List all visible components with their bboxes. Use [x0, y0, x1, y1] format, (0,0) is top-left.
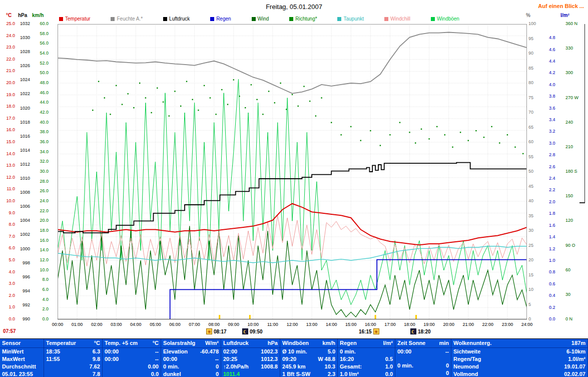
legend-item-label: Wind — [258, 17, 269, 22]
legend-item-temperatur[interactable]: Temperatur — [59, 17, 91, 22]
temperatur-swatch-icon — [59, 17, 63, 21]
axis-label-deg: 180 S — [565, 169, 582, 174]
axis-label-deg: 30 — [565, 292, 582, 297]
axis-label-kmh: 58.0 — [32, 32, 49, 36]
summary-panel: SensorMinWertMaxWertDurchschnitt05.01. 2… — [0, 338, 588, 377]
panel-column-2: Temp. +5 cm°C00:00--00:00--0.000.0 — [103, 339, 161, 377]
panel-cell-label: dunkel — [163, 370, 181, 377]
panel-cell-value: 1008.8 — [261, 363, 278, 370]
legend-item-windboeen[interactable]: Windböen — [431, 17, 459, 22]
axis-label-hpa: 1018 — [13, 120, 30, 125]
legend-item-taupunkt[interactable]: Taupunkt — [337, 17, 364, 22]
axis-label-kmh: 12.0 — [32, 258, 49, 262]
axis-label-hpa: 1014 — [13, 148, 30, 153]
axis-label-lm2: 4.2 — [549, 71, 566, 75]
panel-cell: Vollmond02.02.07 — [451, 370, 587, 377]
axis-label-pct: 15 — [528, 273, 545, 277]
axis-label-pct: 25 — [528, 243, 545, 248]
legend-item-feuchte[interactable]: Feuchte A.* — [111, 17, 143, 22]
legend-item-label: Feuchte A.* — [117, 17, 143, 22]
legend-item-wind[interactable]: Wind — [252, 17, 269, 22]
panel-cell-label: Solarstrahlg — [163, 339, 195, 347]
axis-label-kmh: 36.0 — [32, 140, 49, 144]
panel-cell-value: hPa — [268, 339, 278, 347]
panel-cell-value: -- — [155, 348, 159, 355]
axis-label-pct: 80 — [528, 81, 545, 85]
panel-cell: 00:00-- — [395, 348, 451, 355]
panel-cell-label: Neumond — [453, 363, 479, 370]
legend-item-richtung[interactable]: Richtung* — [289, 17, 317, 22]
panel-cell-label: Luftdruck — [223, 339, 249, 347]
axis-label-kmh: 8.0 — [32, 277, 49, 282]
axis-label-kmh: 2.0 — [32, 307, 49, 311]
x-axis-label: 13:00 — [306, 322, 318, 327]
panel-cell: 7.8 — [44, 370, 102, 377]
axis-label-hpa: 990 — [13, 317, 30, 321]
axis-label-hpa: 1008 — [13, 190, 30, 195]
axis-label-kmh: 44.0 — [32, 100, 49, 105]
axis-label-hpa: 1030 — [13, 36, 30, 40]
x-axis-label: 21:00 — [463, 322, 474, 327]
panel-cell: 00:00-- — [103, 348, 161, 355]
axis-label-kmh: 42.0 — [32, 110, 49, 115]
wind-swatch-icon — [252, 17, 256, 21]
legend-item-regen[interactable]: Regen — [210, 17, 231, 22]
panel-cell-label: 1 Bft S-SW — [282, 370, 310, 377]
panel-cell: Ø 10 min.5.0 — [280, 348, 337, 355]
panel-cell-value: 0 — [216, 370, 219, 377]
axis-label-deg: 0 N — [565, 317, 582, 321]
axis-label-lm2: 1.0 — [549, 258, 566, 263]
chart-plot-area[interactable] — [58, 24, 527, 319]
axis-label-lm2: 3.6 — [549, 106, 566, 111]
panel-cell-label: Zeit Sonne — [397, 339, 425, 347]
axis-label-lm2: 2.0 — [549, 200, 566, 204]
panel-cell-value: 0.0 — [385, 370, 393, 377]
panel-cell-label: 0 min. — [397, 362, 413, 369]
x-axis-label: 10:00 — [248, 322, 259, 327]
weather-app-window: { "window": {"title":"Freitag, 05.01.200… — [0, 0, 588, 377]
feuchte-swatch-icon — [111, 17, 115, 21]
axis-label-deg: 210 — [565, 145, 582, 149]
axis-label-lm2: 3.0 — [549, 141, 566, 146]
axis-label-lm2: 3.4 — [549, 118, 566, 122]
panel-cell-label: Vollmond — [453, 370, 478, 377]
axis-label-lm2: 1.6 — [549, 223, 566, 228]
axis-label-hpa: 1028 — [13, 50, 30, 54]
x-axis-label: 09:00 — [228, 322, 240, 327]
panel-cell: 11:559.8 — [44, 355, 102, 363]
panel-cell-value: 10.3 — [325, 363, 335, 370]
axis-label-hpa: 1022 — [13, 92, 30, 96]
panel-cell: 0 min.0 — [395, 362, 451, 369]
axis-label-lm2: 2.8 — [549, 153, 566, 157]
panel-cell: 245.9 km10.3 — [280, 363, 337, 370]
axis-label-temp: 10.0 — [0, 199, 15, 203]
x-axis-label: 05:00 — [150, 322, 161, 327]
x-axis-label: 17:00 — [384, 322, 396, 327]
panel-cell-label: Temp. +5 cm — [105, 339, 138, 347]
panel-cell-value: W 48.8 — [318, 355, 335, 363]
legend-item-label: Luftdruck — [169, 17, 190, 22]
axis-label-kmh: 28.0 — [32, 179, 49, 184]
panel-cell: 1 Bft S-SW2.3 — [280, 370, 337, 377]
axis-label-deg: 270 W — [565, 96, 582, 100]
panel-column-3: SolarstrahlgW/m²Elevation-60.47800:00--0… — [161, 339, 221, 377]
axis-label-kmh: 22.0 — [32, 209, 49, 213]
legend-item-luftdruck[interactable]: Luftdruck — [163, 17, 190, 22]
axis-label-kmh: 0.0 — [32, 317, 49, 321]
axis-label-lm2: 4.8 — [549, 36, 566, 40]
axis-label-hpa: 998 — [13, 261, 30, 265]
axis-label-lm2: 2.2 — [549, 188, 566, 192]
time-marker-0757: 07:57 — [3, 328, 16, 334]
axis-label-pct: 20 — [528, 258, 545, 262]
axis-label-hpa: 1000 — [13, 247, 30, 251]
x-axis-label: 20:00 — [443, 322, 454, 327]
panel-cell-value: 0 — [216, 363, 219, 370]
axis-label-hpa: 1024 — [13, 78, 30, 82]
axis-label-temp: 15.0 — [0, 140, 15, 144]
panel-cell-label: 1011.4 — [223, 370, 240, 377]
panel-column-7: Zeit Sonnemin00:00--0 min.00 — [395, 339, 451, 377]
glance-link[interactable]: Auf einen Blick ... — [538, 3, 584, 9]
legend-item-windchill[interactable]: Windchill — [384, 17, 410, 22]
axis-label-pct: 55 — [528, 155, 545, 159]
axis-label-hpa: 1032 — [13, 22, 30, 26]
